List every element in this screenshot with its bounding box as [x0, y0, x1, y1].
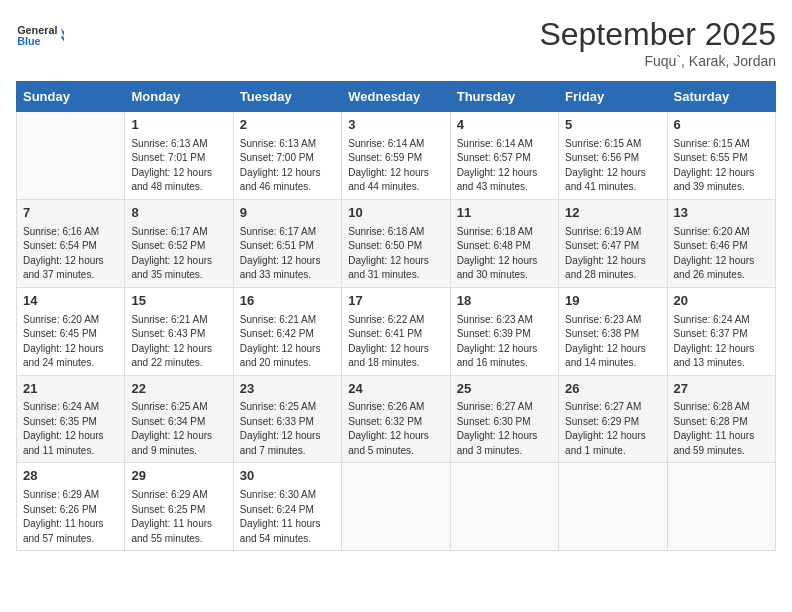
- header-friday: Friday: [559, 82, 667, 112]
- header-wednesday: Wednesday: [342, 82, 450, 112]
- cell-info: Daylight: 12 hours and 5 minutes.: [348, 429, 443, 458]
- cell-info: Sunset: 6:55 PM: [674, 151, 769, 166]
- calendar-table: SundayMondayTuesdayWednesdayThursdayFrid…: [16, 81, 776, 551]
- cell-info: Sunrise: 6:25 AM: [131, 400, 226, 415]
- calendar-cell: 30Sunrise: 6:30 AMSunset: 6:24 PMDayligh…: [233, 463, 341, 551]
- logo-svg: General Blue: [16, 16, 64, 56]
- day-number: 1: [131, 116, 226, 135]
- cell-info: Sunrise: 6:20 AM: [674, 225, 769, 240]
- calendar-cell: 5Sunrise: 6:15 AMSunset: 6:56 PMDaylight…: [559, 112, 667, 200]
- cell-info: Sunrise: 6:18 AM: [457, 225, 552, 240]
- cell-info: Sunrise: 6:15 AM: [565, 137, 660, 152]
- header-monday: Monday: [125, 82, 233, 112]
- cell-info: Sunset: 6:43 PM: [131, 327, 226, 342]
- calendar-cell: 13Sunrise: 6:20 AMSunset: 6:46 PMDayligh…: [667, 199, 775, 287]
- cell-info: Sunset: 6:38 PM: [565, 327, 660, 342]
- calendar-cell: 2Sunrise: 6:13 AMSunset: 7:00 PMDaylight…: [233, 112, 341, 200]
- location-label: Fuqu`, Karak, Jordan: [539, 53, 776, 69]
- cell-info: Daylight: 12 hours and 44 minutes.: [348, 166, 443, 195]
- cell-info: Sunset: 6:42 PM: [240, 327, 335, 342]
- cell-info: Sunrise: 6:17 AM: [240, 225, 335, 240]
- cell-info: Sunrise: 6:21 AM: [240, 313, 335, 328]
- cell-info: Sunrise: 6:24 AM: [23, 400, 118, 415]
- cell-info: Sunset: 6:50 PM: [348, 239, 443, 254]
- cell-info: Sunset: 6:35 PM: [23, 415, 118, 430]
- cell-info: Sunrise: 6:30 AM: [240, 488, 335, 503]
- cell-info: Daylight: 12 hours and 9 minutes.: [131, 429, 226, 458]
- day-number: 11: [457, 204, 552, 223]
- header-thursday: Thursday: [450, 82, 558, 112]
- cell-info: Sunrise: 6:29 AM: [131, 488, 226, 503]
- calendar-cell: [342, 463, 450, 551]
- day-number: 6: [674, 116, 769, 135]
- cell-info: Daylight: 12 hours and 1 minute.: [565, 429, 660, 458]
- day-number: 24: [348, 380, 443, 399]
- day-number: 28: [23, 467, 118, 486]
- cell-info: Sunset: 6:52 PM: [131, 239, 226, 254]
- cell-info: Sunrise: 6:18 AM: [348, 225, 443, 240]
- day-number: 5: [565, 116, 660, 135]
- cell-info: Sunrise: 6:23 AM: [565, 313, 660, 328]
- day-number: 13: [674, 204, 769, 223]
- page-header: General Blue September 2025 Fuqu`, Karak…: [16, 16, 776, 69]
- svg-text:General: General: [17, 24, 57, 36]
- cell-info: Daylight: 12 hours and 11 minutes.: [23, 429, 118, 458]
- cell-info: Sunrise: 6:21 AM: [131, 313, 226, 328]
- cell-info: Sunrise: 6:14 AM: [348, 137, 443, 152]
- calendar-cell: 14Sunrise: 6:20 AMSunset: 6:45 PMDayligh…: [17, 287, 125, 375]
- day-number: 14: [23, 292, 118, 311]
- cell-info: Daylight: 12 hours and 33 minutes.: [240, 254, 335, 283]
- day-number: 19: [565, 292, 660, 311]
- calendar-cell: 16Sunrise: 6:21 AMSunset: 6:42 PMDayligh…: [233, 287, 341, 375]
- cell-info: Sunset: 6:59 PM: [348, 151, 443, 166]
- day-number: 9: [240, 204, 335, 223]
- cell-info: Sunrise: 6:15 AM: [674, 137, 769, 152]
- cell-info: Sunset: 6:45 PM: [23, 327, 118, 342]
- day-number: 10: [348, 204, 443, 223]
- cell-info: Sunset: 6:33 PM: [240, 415, 335, 430]
- cell-info: Daylight: 12 hours and 48 minutes.: [131, 166, 226, 195]
- calendar-cell: 8Sunrise: 6:17 AMSunset: 6:52 PMDaylight…: [125, 199, 233, 287]
- cell-info: Daylight: 12 hours and 20 minutes.: [240, 342, 335, 371]
- calendar-cell: 23Sunrise: 6:25 AMSunset: 6:33 PMDayligh…: [233, 375, 341, 463]
- header-saturday: Saturday: [667, 82, 775, 112]
- cell-info: Sunrise: 6:25 AM: [240, 400, 335, 415]
- day-number: 23: [240, 380, 335, 399]
- calendar-cell: 20Sunrise: 6:24 AMSunset: 6:37 PMDayligh…: [667, 287, 775, 375]
- cell-info: Daylight: 12 hours and 18 minutes.: [348, 342, 443, 371]
- calendar-cell: 1Sunrise: 6:13 AMSunset: 7:01 PMDaylight…: [125, 112, 233, 200]
- day-number: 16: [240, 292, 335, 311]
- calendar-cell: [17, 112, 125, 200]
- calendar-cell: 19Sunrise: 6:23 AMSunset: 6:38 PMDayligh…: [559, 287, 667, 375]
- header-tuesday: Tuesday: [233, 82, 341, 112]
- calendar-cell: 26Sunrise: 6:27 AMSunset: 6:29 PMDayligh…: [559, 375, 667, 463]
- cell-info: Sunset: 6:25 PM: [131, 503, 226, 518]
- cell-info: Sunset: 6:24 PM: [240, 503, 335, 518]
- cell-info: Daylight: 11 hours and 54 minutes.: [240, 517, 335, 546]
- cell-info: Sunset: 6:51 PM: [240, 239, 335, 254]
- day-number: 25: [457, 380, 552, 399]
- calendar-cell: [450, 463, 558, 551]
- calendar-cell: 7Sunrise: 6:16 AMSunset: 6:54 PMDaylight…: [17, 199, 125, 287]
- day-number: 18: [457, 292, 552, 311]
- calendar-cell: 9Sunrise: 6:17 AMSunset: 6:51 PMDaylight…: [233, 199, 341, 287]
- cell-info: Sunrise: 6:17 AM: [131, 225, 226, 240]
- day-number: 26: [565, 380, 660, 399]
- calendar-cell: 25Sunrise: 6:27 AMSunset: 6:30 PMDayligh…: [450, 375, 558, 463]
- cell-info: Sunset: 6:56 PM: [565, 151, 660, 166]
- cell-info: Daylight: 11 hours and 59 minutes.: [674, 429, 769, 458]
- cell-info: Sunrise: 6:24 AM: [674, 313, 769, 328]
- calendar-cell: 22Sunrise: 6:25 AMSunset: 6:34 PMDayligh…: [125, 375, 233, 463]
- cell-info: Daylight: 12 hours and 43 minutes.: [457, 166, 552, 195]
- calendar-cell: 3Sunrise: 6:14 AMSunset: 6:59 PMDaylight…: [342, 112, 450, 200]
- calendar-cell: 15Sunrise: 6:21 AMSunset: 6:43 PMDayligh…: [125, 287, 233, 375]
- day-number: 2: [240, 116, 335, 135]
- calendar-cell: 18Sunrise: 6:23 AMSunset: 6:39 PMDayligh…: [450, 287, 558, 375]
- day-number: 22: [131, 380, 226, 399]
- calendar-cell: [667, 463, 775, 551]
- title-block: September 2025 Fuqu`, Karak, Jordan: [539, 16, 776, 69]
- cell-info: Daylight: 11 hours and 57 minutes.: [23, 517, 118, 546]
- calendar-cell: [559, 463, 667, 551]
- cell-info: Sunrise: 6:23 AM: [457, 313, 552, 328]
- day-number: 4: [457, 116, 552, 135]
